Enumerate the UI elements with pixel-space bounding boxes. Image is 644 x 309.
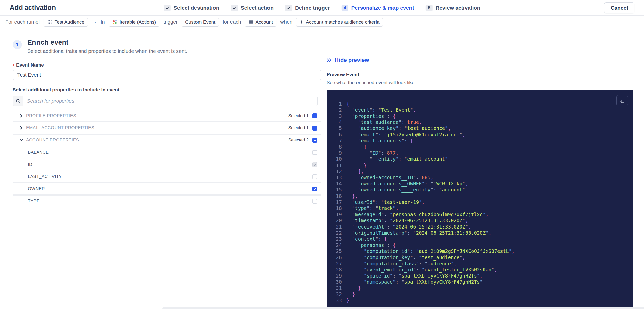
property-section-profile-properties[interactable]: PROFILE PROPERTIESSelected 1 — [13, 110, 321, 122]
line-number: 9 — [327, 150, 342, 156]
chevron-right-icon — [20, 126, 26, 130]
chip-iterable-actions[interactable]: Iterable (Actions) — [109, 18, 160, 27]
line-number: 4 — [327, 119, 342, 125]
line-number: 32 — [327, 291, 342, 297]
line-number: 10 — [327, 156, 342, 162]
code-line: 23 "context": { — [327, 236, 633, 242]
section-name: EMAIL-ACCOUNT PROPERTIES — [26, 125, 94, 131]
chip-custom-event[interactable]: Custom Event — [182, 18, 219, 27]
chevron-down-icon — [20, 139, 26, 142]
property-item-owner[interactable]: OWNER — [13, 183, 321, 195]
line-number: 28 — [327, 267, 342, 273]
step-define-trigger[interactable]: Define trigger — [285, 5, 330, 11]
code-line: 22 "originalTimestamp": "2024-06-25T21:3… — [327, 230, 633, 236]
property-name: ID — [28, 162, 32, 167]
main-panel: 1 Enrich event Select additional traits … — [0, 28, 644, 309]
code-line: 20 "timestamp": "2024-06-25T21:31:33.020… — [327, 217, 633, 223]
code-line: 32 } — [327, 291, 633, 297]
property-section-account-properties[interactable]: ACCOUNT PROPERTIESSelected 2 — [13, 134, 321, 146]
property-item-last-activity[interactable]: LAST_ACTIVITY — [13, 171, 321, 183]
line-number: 27 — [327, 261, 342, 267]
step-label: Select action — [241, 5, 274, 11]
code-line: 1{ — [327, 101, 633, 107]
chip-label: Custom Event — [185, 19, 215, 25]
line-number: 22 — [327, 230, 342, 236]
search-icon — [13, 96, 23, 106]
checkbox-checked-disabled[interactable] — [312, 162, 317, 167]
step-review-activation[interactable]: 5Review activation — [426, 5, 480, 11]
code-line: 21 "receivedAt": "2024-06-25T21:31:33.02… — [327, 224, 633, 230]
step-select-destination[interactable]: Select destination — [164, 5, 219, 11]
property-item-balance[interactable]: BALANCE — [13, 147, 321, 158]
line-number: 12 — [327, 168, 342, 174]
code-line: 25 "computation_id": "aud_2iO9m2gSFmJNXC… — [327, 248, 633, 254]
checkbox-unchecked[interactable] — [312, 150, 317, 155]
context-text: In — [101, 19, 105, 25]
step-check-icon — [164, 5, 171, 11]
context-text: when — [280, 19, 292, 25]
table-icon — [248, 20, 253, 24]
event-name-input[interactable] — [13, 70, 321, 80]
double-chevron-right-icon — [327, 58, 332, 63]
code-lines: 1{2 "event": "Test Event",3 "properties"… — [327, 101, 633, 304]
checkbox-indeterminate[interactable] — [312, 113, 317, 118]
hide-preview-link[interactable]: Hide preview — [327, 57, 369, 63]
chip-label: Test Audience — [55, 19, 84, 25]
context-text: trigger — [163, 19, 178, 25]
code-line: 24 "personas": { — [327, 242, 633, 248]
preview-event-subtitle: See what the enriched event will look li… — [327, 80, 633, 85]
code-line: 31 } — [327, 285, 633, 291]
code-line: 13 "owned-accounts__ID": 885, — [327, 174, 633, 181]
code-line: 11 } — [327, 162, 633, 168]
code-line: 28 "event_emitter_id": "event_tester_IVX… — [327, 267, 633, 273]
code-line: 14 "owned-accounts__OWNER": "1WCWrTXfkp"… — [327, 181, 633, 187]
property-section-email-account-properties[interactable]: EMAIL-ACCOUNT PROPERTIESSelected 1 — [13, 122, 321, 134]
step-personalize-map-event[interactable]: 4Personalize & map event — [342, 5, 414, 11]
line-number: 17 — [327, 199, 342, 205]
copy-button[interactable] — [616, 95, 628, 106]
property-name: OWNER — [28, 186, 45, 191]
property-search — [13, 96, 318, 106]
property-list: PROFILE PROPERTIESSelected 1EMAIL-ACCOUN… — [13, 110, 321, 207]
step-number: 5 — [426, 5, 433, 11]
chip-account[interactable]: Account — [245, 18, 277, 27]
cancel-button[interactable]: Cancel — [604, 2, 634, 13]
line-number: 26 — [327, 254, 342, 261]
context-text: → — [92, 19, 97, 25]
code-line: 15 "owned-accounts____entity": "account" — [327, 187, 633, 193]
checkbox-unchecked[interactable] — [312, 174, 317, 179]
search-input[interactable] — [23, 96, 317, 106]
step-label: Select destination — [174, 5, 219, 11]
step-label: Define trigger — [295, 5, 330, 11]
property-item-type[interactable]: TYPE — [13, 195, 321, 207]
line-number: 25 — [327, 248, 342, 254]
code-line: 17 "userId": "test-user-19", — [327, 199, 633, 205]
line-number: 31 — [327, 285, 342, 291]
top-bar: Add activation Select destinationSelect … — [0, 0, 644, 16]
chip-account-matches-audience-criteria[interactable]: Account matches audience criteria — [296, 18, 383, 27]
checkbox-indeterminate[interactable] — [312, 138, 317, 143]
code-line: 5 "audience_key": "test_audience", — [327, 125, 633, 131]
property-item-id[interactable]: ID — [13, 159, 321, 170]
step-select-action[interactable]: Select action — [231, 5, 274, 11]
line-number: 7 — [327, 138, 342, 144]
chip-label: Iterable (Actions) — [120, 19, 156, 25]
code-line: 8 { — [327, 144, 633, 150]
checkbox-indeterminate[interactable] — [312, 126, 317, 131]
step-check-icon — [231, 5, 238, 11]
selected-count: Selected 2 — [288, 138, 309, 143]
code-line: 9 "ID": 877, — [327, 150, 633, 156]
step-number: 4 — [342, 5, 348, 11]
checkbox-unchecked[interactable] — [312, 199, 317, 204]
step-list: Select destinationSelect actionDefine tr… — [164, 0, 480, 16]
iterable-logo-icon — [112, 20, 117, 25]
line-number: 5 — [327, 125, 342, 131]
chip-test-audience[interactable]: Test Audience — [44, 18, 88, 27]
code-line: 33} — [327, 297, 633, 303]
line-number: 18 — [327, 205, 342, 211]
line-number: 16 — [327, 193, 342, 199]
checkbox-checked[interactable] — [312, 187, 317, 191]
step-check-icon — [285, 5, 292, 11]
chevron-right-icon — [20, 114, 26, 118]
code-line: 18 "type": "track", — [327, 205, 633, 211]
